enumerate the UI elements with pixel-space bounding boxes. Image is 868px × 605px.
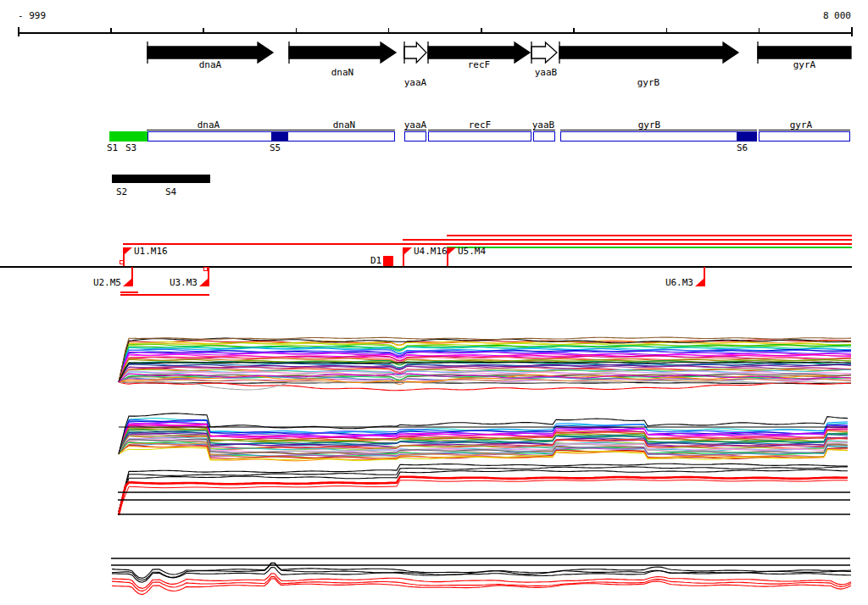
gene-arrow-label-yaaA: yaaA <box>404 78 427 87</box>
gene-arrow-label-dnaA: dnaA <box>199 60 222 69</box>
profile-plots <box>0 0 868 605</box>
profile-band-3-line <box>119 477 848 515</box>
profile-band-3-line <box>119 469 848 512</box>
gene-arrow-label-dnaN: dnaN <box>331 68 354 77</box>
gene-arrow-label-yaaB: yaaB <box>535 68 558 77</box>
profile-band-4-line <box>112 574 851 589</box>
gene-arrow-label-recF: recF <box>468 60 491 69</box>
profile-band-4-line <box>112 563 851 580</box>
gene-arrow-label-gyrA: gyrA <box>793 60 816 69</box>
genome-browser-view: - 999 8 000 dnaAdnaNyaaArecFyaaBgyrBgyrA… <box>0 0 868 605</box>
profile-band-3-line <box>119 467 848 512</box>
gene-arrow-label-gyrB: gyrB <box>637 78 660 87</box>
profile-band-4-line <box>112 577 851 591</box>
